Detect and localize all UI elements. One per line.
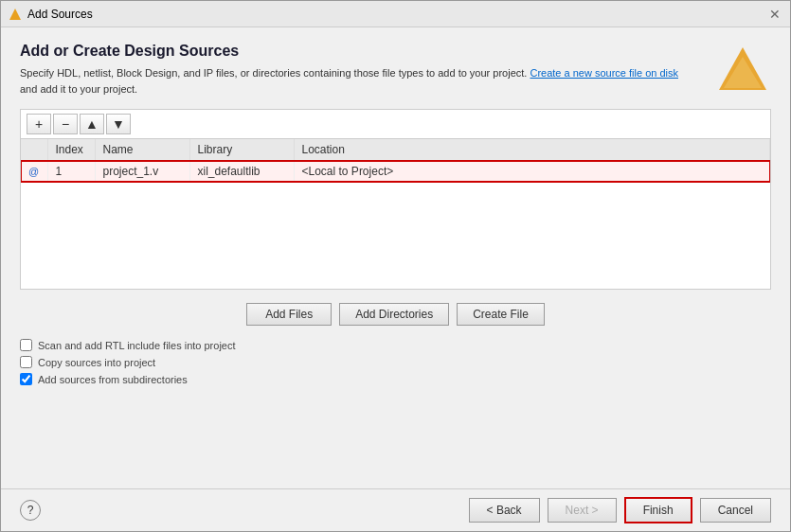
scan-rtl-label: Scan and add RTL include files into proj… [38, 340, 236, 351]
main-content: Add or Create Design Sources Specify HDL… [1, 27, 790, 488]
col-header-icon [21, 139, 47, 161]
add-subdirs-row: Add sources from subdirectories [20, 373, 771, 385]
add-subdirs-label: Add sources from subdirectories [38, 374, 188, 385]
footer-left: ? [20, 500, 41, 521]
col-header-location: Location [294, 139, 770, 161]
action-buttons: Add Files Add Directories Create File [20, 303, 771, 326]
toolbar: + − ▲ ▼ [20, 109, 771, 138]
sources-table-container: Index Name Library Location @ 1 project_… [20, 138, 771, 290]
table-row[interactable]: @ 1 project_1.v xil_defaultlib <Local to… [21, 161, 770, 183]
col-header-index: Index [47, 139, 95, 161]
row-library: xil_defaultlib [189, 161, 294, 183]
footer-right: < Back Next > Finish Cancel [469, 497, 771, 523]
options-checkboxes: Scan and add RTL include files into proj… [20, 339, 771, 385]
cancel-button[interactable]: Cancel [700, 498, 771, 523]
file-type-icon: @ [28, 166, 39, 177]
svg-marker-0 [9, 9, 21, 20]
page-title: Add or Create Design Sources [20, 43, 714, 60]
row-index: 1 [47, 161, 95, 183]
move-up-button[interactable]: ▲ [80, 114, 104, 134]
row-icon: @ [21, 161, 47, 183]
sources-table: Index Name Library Location @ 1 project_… [21, 139, 770, 182]
title-bar-text: Add Sources [27, 8, 93, 21]
create-link[interactable]: Create a new source file on disk [530, 67, 678, 79]
title-bar-left: Add Sources [9, 8, 93, 21]
header-description: Specify HDL, netlist, Block Design, and … [20, 65, 683, 97]
header-left: Add or Create Design Sources Specify HDL… [20, 43, 714, 97]
remove-row-button[interactable]: − [53, 114, 78, 134]
table-section: + − ▲ ▼ Index Name Library Location [20, 109, 771, 290]
row-name: project_1.v [95, 161, 189, 183]
create-file-button[interactable]: Create File [457, 303, 545, 326]
add-row-button[interactable]: + [27, 114, 51, 134]
close-button[interactable]: ✕ [767, 7, 782, 22]
main-window: Add Sources ✕ Add or Create Design Sourc… [0, 0, 791, 532]
xilinx-logo [714, 43, 771, 99]
copy-sources-checkbox[interactable] [20, 356, 32, 368]
back-button[interactable]: < Back [469, 498, 540, 523]
add-directories-button[interactable]: Add Directories [339, 303, 449, 326]
copy-sources-label: Copy sources into project [38, 357, 155, 368]
add-subdirs-checkbox[interactable] [20, 373, 32, 385]
col-header-name: Name [95, 139, 189, 161]
header-section: Add or Create Design Sources Specify HDL… [20, 43, 771, 99]
col-header-library: Library [189, 139, 294, 161]
add-files-button[interactable]: Add Files [246, 303, 332, 326]
window-icon [9, 8, 22, 21]
row-location: <Local to Project> [294, 161, 770, 183]
scan-rtl-row: Scan and add RTL include files into proj… [20, 339, 771, 351]
scan-rtl-checkbox[interactable] [20, 339, 32, 351]
next-button[interactable]: Next > [548, 498, 617, 523]
footer: ? < Back Next > Finish Cancel [1, 488, 790, 531]
finish-button[interactable]: Finish [624, 497, 692, 523]
move-down-button[interactable]: ▼ [106, 114, 131, 134]
copy-sources-row: Copy sources into project [20, 356, 771, 368]
title-bar: Add Sources ✕ [1, 1, 790, 27]
help-button[interactable]: ? [20, 500, 41, 521]
